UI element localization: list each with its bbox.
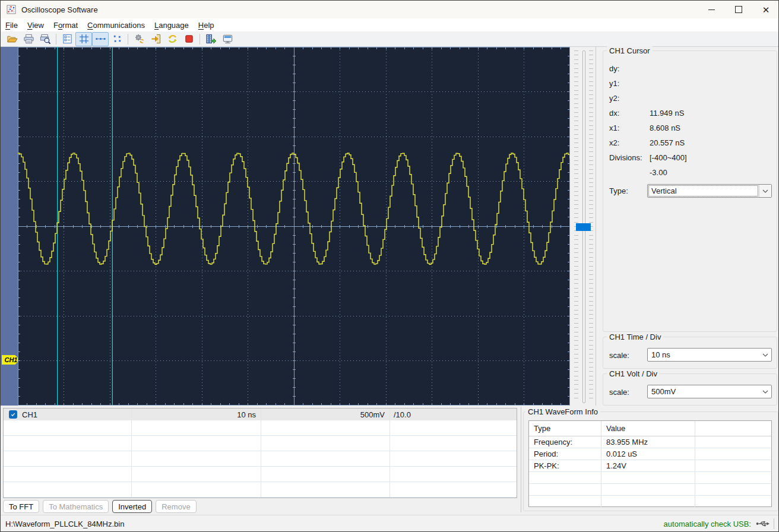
waveform-info-title: CH1 WaveForm Info (525, 407, 600, 416)
info-row-pkpk: PK-PK: 1.24V (529, 460, 771, 472)
cursor-row-y2: y2: (603, 94, 777, 104)
gears-icon (134, 33, 145, 45)
dots-icon (112, 33, 123, 45)
window-title: Oscilloscope Software (21, 5, 98, 14)
action-buttons: To FFT To Mathematics Inverted Remove (3, 500, 197, 513)
info-row-empty (529, 472, 771, 484)
statusbar-separator (774, 518, 774, 529)
channel-volt-div: 500mV (360, 410, 385, 419)
info-row-empty (529, 496, 771, 508)
channel-row-empty (4, 451, 517, 467)
time-div-title: CH1 Time / Div (607, 332, 663, 341)
stop-button[interactable] (180, 32, 197, 46)
info-row-period: Period: 0.012 uS (529, 448, 771, 460)
cursor-type-select[interactable]: Vertical (647, 184, 772, 198)
ch1-waveform-info-panel: CH1 WaveForm Info Type Value Frequency: … (523, 411, 778, 511)
title-bar: Oscilloscope Software ✕ (1, 1, 779, 18)
status-bar: H:\Waveform_PLLCLK_84MHz.bin automatical… (1, 515, 779, 532)
cursor-row-dy: dy: (603, 64, 777, 75)
refresh-button[interactable] (164, 32, 180, 46)
film-export-icon (205, 33, 217, 45)
cursor-row-position: -3.00 (603, 168, 777, 179)
minimize-button[interactable] (698, 1, 725, 18)
list-view-button[interactable] (59, 32, 75, 46)
close-button[interactable]: ✕ (752, 1, 779, 18)
ch1-volt-div-panel: CH1 Volt / Div scale: 500mV (603, 373, 777, 406)
bottom-panel-divider (521, 407, 521, 512)
channel-row-empty (4, 467, 517, 482)
cursor-row-x2: x2:20.557 nS (603, 138, 777, 149)
grid-icon (78, 33, 90, 45)
cursor-type-label: Type: (609, 186, 628, 195)
menu-file[interactable]: File (1, 20, 22, 31)
menu-help[interactable]: Help (194, 20, 218, 31)
volt-div-title: CH1 Volt / Div (607, 369, 660, 378)
close-icon: ✕ (762, 5, 770, 14)
print-preview-button[interactable] (37, 32, 53, 46)
print-button[interactable] (20, 32, 37, 46)
refresh-icon (167, 33, 178, 45)
ch1-cursor-title: CH1 Cursor (607, 46, 653, 55)
grid-display-button[interactable] (75, 32, 92, 46)
channel-time-div: 10 ns (237, 410, 256, 419)
channel-row-empty (4, 420, 517, 436)
channel-marker-gutter (1, 47, 18, 406)
print-preview-icon (40, 33, 51, 45)
monitor-icon (222, 33, 233, 45)
remove-button[interactable]: Remove (156, 500, 196, 513)
open-file-button[interactable] (4, 32, 20, 46)
oscilloscope-window: Oscilloscope Software ✕ File View Format… (0, 0, 779, 532)
vertical-offset-slider (570, 47, 596, 406)
usb-icon (756, 520, 770, 528)
info-header-row: Type Value (529, 421, 771, 436)
to-fft-button[interactable]: To FFT (3, 500, 39, 513)
info-row-empty (529, 484, 771, 496)
dashed-line-icon (95, 33, 106, 45)
menu-communications[interactable]: Communications (83, 20, 149, 31)
chevron-down-icon (759, 385, 771, 398)
toolbar-separator (56, 34, 56, 45)
monitor-display-button[interactable] (219, 32, 236, 46)
info-row-frequency: Frequency: 83.955 MHz (529, 436, 771, 448)
waveform-info-table: Type Value Frequency: 83.955 MHz Period:… (528, 420, 772, 507)
app-icon (7, 5, 16, 14)
dashed-line-display-button[interactable] (92, 32, 109, 46)
inverted-button[interactable]: Inverted (112, 500, 152, 513)
cursor-row-x1: x1:8.608 nS (603, 124, 777, 134)
ch1-time-div-panel: CH1 Time / Div scale: 10 ns (603, 337, 777, 369)
menu-bar: File View Format Communications Language… (1, 18, 779, 31)
usb-status-label: automatically check USB: (664, 520, 751, 528)
export-record-button[interactable] (202, 32, 219, 46)
volt-scale-label: scale: (609, 388, 629, 397)
maximize-icon (735, 6, 742, 13)
settings-button[interactable] (131, 32, 147, 46)
menu-language[interactable]: Language (150, 20, 193, 31)
printer-icon (23, 33, 34, 45)
maximize-button[interactable] (725, 1, 752, 18)
menu-view[interactable]: View (23, 20, 48, 31)
slider-handle[interactable] (576, 223, 591, 231)
channel-probe: /10.0 (394, 410, 411, 419)
channel-row-empty (4, 436, 517, 451)
chevron-down-icon (759, 349, 771, 361)
volt-div-select[interactable]: 500mV (647, 385, 772, 398)
chevron-down-icon (759, 185, 771, 197)
to-mathematics-button[interactable]: To Mathematics (43, 500, 109, 513)
channel-name: CH1 (22, 410, 37, 419)
exit-device-button[interactable] (147, 32, 164, 46)
toolbar (1, 31, 779, 47)
toolbar-separator (128, 34, 128, 45)
loaded-file-path: H:\Waveform_PLLCLK_84MHz.bin (5, 520, 124, 528)
menu-format[interactable]: Format (49, 20, 82, 31)
toolbar-separator (200, 34, 200, 45)
time-div-select[interactable]: 10 ns (647, 348, 772, 362)
list-view-icon (62, 33, 73, 45)
ch1-checkbox[interactable] (9, 410, 17, 419)
dots-display-button[interactable] (109, 32, 125, 46)
channel-table: CH1 10 ns 500mV /10.0 (3, 408, 517, 498)
scope-display[interactable] (18, 47, 570, 406)
open-folder-icon (7, 33, 18, 45)
ch1-cursor-panel: CH1 Cursor dy: y1: y2: dx:11.949 nS x1:8… (603, 50, 777, 332)
info-header-type: Type (529, 421, 601, 436)
channel-row-ch1[interactable]: CH1 10 ns 500mV /10.0 (4, 408, 517, 420)
